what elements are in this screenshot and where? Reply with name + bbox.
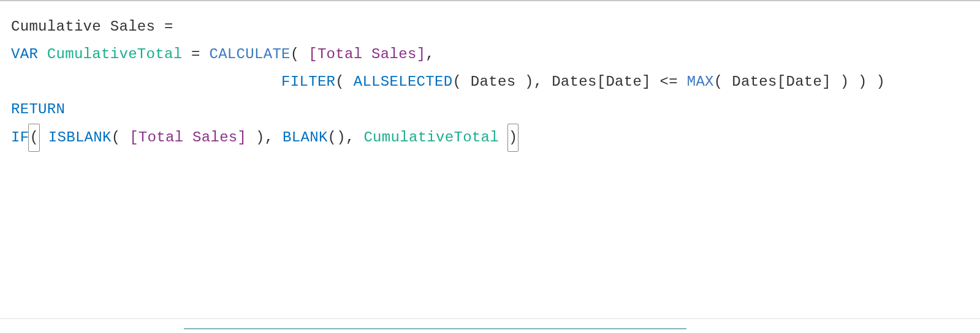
scroll-indicator <box>184 324 686 329</box>
dax-formula-editor[interactable]: Cumulative Sales = VAR CumulativeTotal =… <box>0 0 980 333</box>
eq-sign: = <box>155 18 173 35</box>
var-name: CumulativeTotal <box>47 46 183 62</box>
if-fn: IF <box>11 129 29 146</box>
column-ref: Dates[Date] <box>552 73 651 90</box>
var-ref: CumulativeTotal <box>363 129 499 146</box>
isblank-fn: ISBLANK <box>48 129 112 146</box>
measure-ref: [Total Sales] <box>129 129 246 146</box>
code-line-4: RETURN <box>11 96 969 124</box>
code-line-1: Cumulative Sales = <box>11 13 969 41</box>
code-line-3: FILTER( ALLSELECTED( Dates ), Dates[Date… <box>11 69 969 96</box>
max-fn: MAX <box>687 73 714 90</box>
editor-bottom-bar <box>0 318 980 333</box>
filter-fn: FILTER <box>281 73 335 90</box>
bracket-match-close: ) <box>507 124 519 152</box>
code-line-5: IF( ISBLANK( [Total Sales] ), BLANK(), C… <box>11 124 969 152</box>
bracket-match-open: ( <box>28 124 40 152</box>
blank-fn: BLANK <box>283 129 328 146</box>
measure-name: Cumulative Sales <box>11 18 155 35</box>
var-keyword: VAR <box>11 46 38 62</box>
column-ref: Dates[Date] <box>732 73 831 90</box>
measure-ref: [Total Sales] <box>308 46 425 62</box>
allselected-fn: ALLSELECTED <box>354 73 453 90</box>
calculate-fn: CALCULATE <box>209 46 290 62</box>
code-line-2: VAR CumulativeTotal = CALCULATE( [Total … <box>11 41 969 69</box>
return-keyword: RETURN <box>11 101 65 118</box>
table-ref: Dates <box>471 73 516 90</box>
